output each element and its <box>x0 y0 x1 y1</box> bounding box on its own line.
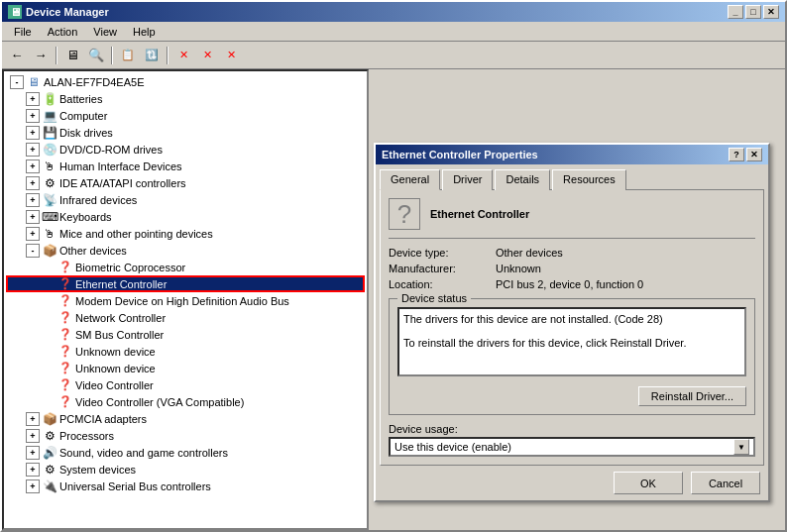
back-button[interactable]: ← <box>6 45 28 66</box>
tab-resources[interactable]: Resources <box>552 169 626 190</box>
expand-dvd[interactable]: + <box>26 143 40 157</box>
cancel-button[interactable]: Cancel <box>691 472 760 494</box>
expand-sound[interactable]: + <box>26 446 40 460</box>
tree-mice[interactable]: + 🖱 Mice and other pointing devices <box>6 225 365 242</box>
tree-ethernet[interactable]: ❓ Ethernet Controller <box>6 275 365 292</box>
expand-hid[interactable]: + <box>26 160 40 173</box>
tree-system[interactable]: + ⚙ System devices <box>6 461 365 478</box>
menu-help[interactable]: Help <box>125 24 164 40</box>
tree-batteries[interactable]: + 🔋 Batteries <box>6 90 365 107</box>
uninstall-icon-btn[interactable]: ✕ <box>172 45 194 66</box>
device-type-label: Device type: <box>389 247 488 259</box>
toolbar-separator-2 <box>111 47 113 64</box>
tree-system-label: System devices <box>59 464 136 476</box>
expand-pcmcia[interactable]: + <box>26 412 40 426</box>
device-tree[interactable]: - 🖥 ALAN-EF7FD4EA5E + 🔋 Batteries + 💻 Co… <box>2 69 369 530</box>
tree-hid[interactable]: + 🖱 Human Interface Devices <box>6 158 365 174</box>
update-icon-btn[interactable]: ✕ <box>220 45 242 66</box>
tree-smbus[interactable]: ❓ SM Bus Controller <box>6 326 365 343</box>
tree-other[interactable]: - 📦 Other devices <box>6 242 365 259</box>
tree-computer[interactable]: + 💻 Computer <box>6 107 365 124</box>
tree-ethernet-label: Ethernet Controller <box>75 278 167 290</box>
tree-processors[interactable]: + ⚙ Processors <box>6 427 365 444</box>
forward-button[interactable]: → <box>30 45 52 66</box>
title-bar-left: 🖥 Device Manager <box>8 5 109 19</box>
menu-view[interactable]: View <box>85 24 125 40</box>
computer-icon: 🖥 <box>26 74 42 90</box>
expand-mice[interactable]: + <box>26 227 40 241</box>
expand-usb[interactable]: + <box>26 479 40 493</box>
menu-action[interactable]: Action <box>40 24 86 40</box>
scan-icon-btn[interactable]: 🔃 <box>141 45 163 66</box>
tree-network[interactable]: ❓ Network Controller <box>6 309 365 326</box>
tree-ide[interactable]: + ⚙ IDE ATA/ATAPI controllers <box>6 174 365 191</box>
tree-batteries-label: Batteries <box>59 93 102 105</box>
tree-unknown2-label: Unknown device <box>75 363 156 374</box>
properties-icon-btn[interactable]: 📋 <box>117 45 139 66</box>
tree-pcmcia[interactable]: + 📦 PCMCIA adapters <box>6 410 365 427</box>
ethernet-icon: ❓ <box>57 276 73 292</box>
dialog-close-button[interactable]: ✕ <box>746 148 762 161</box>
toolbar-separator-1 <box>56 47 57 64</box>
expand-other[interactable]: - <box>26 244 40 258</box>
ok-button[interactable]: OK <box>614 472 683 494</box>
maximize-button[interactable]: □ <box>745 5 761 19</box>
close-button[interactable]: ✕ <box>763 5 779 19</box>
tree-usb[interactable]: + 🔌 Universal Serial Bus controllers <box>6 478 365 494</box>
keyboard-icon: ⌨ <box>42 209 57 225</box>
expand-ide[interactable]: + <box>26 176 40 190</box>
video2-icon: ❓ <box>57 394 73 410</box>
expand-root[interactable]: - <box>10 75 24 89</box>
tree-network-label: Network Controller <box>75 312 166 324</box>
reinstall-driver-button[interactable]: Reinstall Driver... <box>638 386 746 406</box>
expand-processors[interactable]: + <box>26 429 40 443</box>
tab-driver[interactable]: Driver <box>442 169 493 190</box>
tree-sound-label: Sound, video and game controllers <box>59 447 228 459</box>
tree-unknown1[interactable]: ❓ Unknown device <box>6 343 365 360</box>
computer-icon: 💻 <box>42 108 57 124</box>
tab-general[interactable]: General <box>380 169 440 190</box>
tree-video2[interactable]: ❓ Video Controller (VGA Compatible) <box>6 393 365 410</box>
select-dropdown-arrow[interactable]: ▼ <box>733 439 749 455</box>
tree-disk[interactable]: + 💾 Disk drives <box>6 124 365 141</box>
status-group-label: Device status <box>397 292 471 304</box>
tree-video1-label: Video Controller <box>75 379 154 391</box>
tree-video1[interactable]: ❓ Video Controller <box>6 376 365 393</box>
expand-batteries[interactable]: + <box>26 92 40 106</box>
tab-details[interactable]: Details <box>495 169 550 190</box>
modem-icon: ❓ <box>57 293 73 309</box>
tree-unknown2[interactable]: ❓ Unknown device <box>6 360 365 376</box>
tab-bar: General Driver Details Resources <box>376 164 768 189</box>
smbus-icon: ❓ <box>57 327 73 343</box>
device-header: ? Ethernet Controller <box>389 198 755 239</box>
toolbar: ← → 🖥 🔍 📋 🔃 ✕ ✕ ✕ <box>2 42 785 69</box>
tree-modem[interactable]: ❓ Modem Device on High Definition Audio … <box>6 292 365 309</box>
dialog-help-button[interactable]: ? <box>729 148 744 161</box>
tab-content-general: ? Ethernet Controller Device type: Other… <box>380 189 764 466</box>
status-textarea[interactable]: The drivers for this device are not inst… <box>397 307 746 376</box>
tree-dvd[interactable]: + 💿 DVD/CD-ROM drives <box>6 141 365 158</box>
disable-icon-btn[interactable]: ✕ <box>196 45 218 66</box>
tree-biometric[interactable]: ❓ Biometric Coprocessor <box>6 259 365 275</box>
expand-system[interactable]: + <box>26 463 40 477</box>
menu-file[interactable]: File <box>6 24 40 40</box>
minimize-button[interactable]: _ <box>728 5 743 19</box>
tree-processors-label: Processors <box>59 430 114 442</box>
tree-dvd-label: DVD/CD-ROM drives <box>59 144 163 156</box>
device-usage-select[interactable]: Use this device (enable) ▼ <box>389 437 755 457</box>
expand-keyboards[interactable]: + <box>26 210 40 224</box>
manufacturer-value: Unknown <box>496 263 755 274</box>
expand-computer[interactable]: + <box>26 109 40 123</box>
tree-root[interactable]: - 🖥 ALAN-EF7FD4EA5E <box>6 73 365 90</box>
usage-value-text: Use this device (enable) <box>394 441 511 453</box>
search-icon-btn[interactable]: 🔍 <box>85 45 107 66</box>
tree-keyboards[interactable]: + ⌨ Keyboards <box>6 208 365 225</box>
expand-infrared[interactable]: + <box>26 193 40 207</box>
tree-sound[interactable]: + 🔊 Sound, video and game controllers <box>6 444 365 461</box>
tree-infrared-label: Infrared devices <box>59 194 137 206</box>
dialog-title-text: Ethernet Controller Properties <box>382 149 538 160</box>
expand-disk[interactable]: + <box>26 126 40 140</box>
computer-icon-btn[interactable]: 🖥 <box>61 45 83 66</box>
device-header-name: Ethernet Controller <box>430 208 529 220</box>
tree-infrared[interactable]: + 📡 Infrared devices <box>6 191 365 208</box>
